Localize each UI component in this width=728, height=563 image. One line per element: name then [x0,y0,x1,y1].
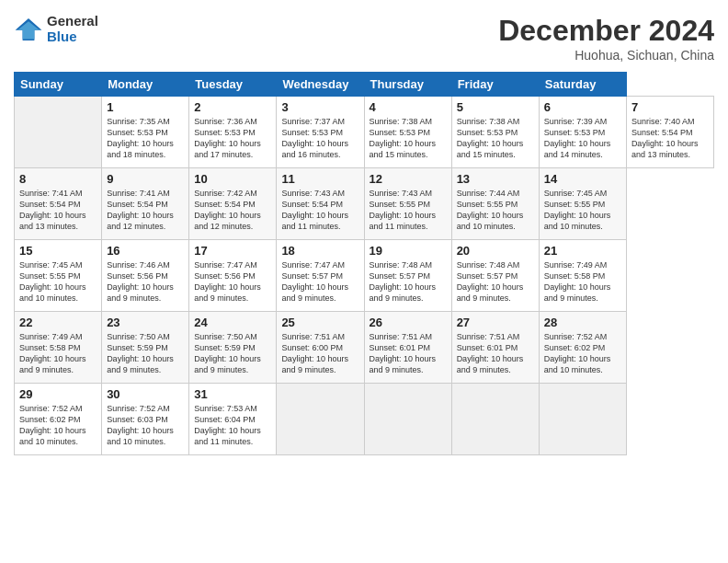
calendar-cell: 20Sunrise: 7:48 AMSunset: 5:57 PMDayligh… [451,240,539,312]
calendar-cell: 31Sunrise: 7:53 AMSunset: 6:04 PMDayligh… [189,384,277,455]
day-info: Sunrise: 7:39 AMSunset: 5:53 PMDaylight:… [544,116,621,161]
calendar-cell: 13Sunrise: 7:44 AMSunset: 5:55 PMDayligh… [451,168,539,240]
page-container: General Blue December 2024 Huohua, Sichu… [0,0,728,465]
calendar-cell: 21Sunrise: 7:49 AMSunset: 5:58 PMDayligh… [539,240,626,312]
day-number: 29 [19,387,97,401]
week-row-1: 1Sunrise: 7:35 AMSunset: 5:53 PMDaylight… [15,97,714,168]
day-info: Sunrise: 7:36 AMSunset: 5:53 PMDaylight:… [194,116,271,161]
day-number: 10 [194,172,271,186]
week-row-5: 29Sunrise: 7:52 AMSunset: 6:02 PMDayligh… [15,384,714,455]
day-info: Sunrise: 7:53 AMSunset: 6:04 PMDaylight:… [194,403,271,448]
day-number: 6 [544,100,621,114]
location-subtitle: Huohua, Sichuan, China [498,48,714,63]
calendar-cell: 27Sunrise: 7:51 AMSunset: 6:01 PMDayligh… [451,312,539,384]
day-number: 24 [194,316,271,329]
day-info: Sunrise: 7:42 AMSunset: 5:54 PMDaylight:… [194,188,271,233]
day-info: Sunrise: 7:43 AMSunset: 5:55 PMDaylight:… [370,188,447,233]
day-number: 28 [544,316,621,329]
day-info: Sunrise: 7:51 AMSunset: 6:00 PMDaylight:… [281,331,358,376]
calendar-cell: 8Sunrise: 7:41 AMSunset: 5:54 PMDaylight… [15,168,102,240]
day-number: 16 [107,244,184,258]
calendar-cell: 15Sunrise: 7:45 AMSunset: 5:55 PMDayligh… [15,240,102,312]
day-info: Sunrise: 7:52 AMSunset: 6:02 PMDaylight:… [544,331,621,376]
day-number: 15 [19,244,97,258]
weekday-thursday: Thursday [364,73,451,97]
day-number: 18 [281,244,358,258]
calendar-cell: 7Sunrise: 7:40 AMSunset: 5:54 PMDaylight… [626,97,713,168]
weekday-wednesday: Wednesday [277,73,364,97]
calendar-cell: 18Sunrise: 7:47 AMSunset: 5:57 PMDayligh… [277,240,364,312]
calendar-cell: 12Sunrise: 7:43 AMSunset: 5:55 PMDayligh… [364,168,451,240]
empty-cell [15,97,102,168]
weekday-tuesday: Tuesday [189,73,277,97]
day-info: Sunrise: 7:47 AMSunset: 5:57 PMDaylight:… [281,259,358,304]
calendar-cell: 14Sunrise: 7:45 AMSunset: 5:55 PMDayligh… [539,168,626,240]
day-number: 11 [281,172,358,186]
logo-text: General Blue [47,14,98,44]
calendar-cell [364,384,451,455]
day-number: 12 [370,172,447,186]
week-row-4: 22Sunrise: 7:49 AMSunset: 5:58 PMDayligh… [15,312,714,384]
calendar-cell: 22Sunrise: 7:49 AMSunset: 5:58 PMDayligh… [15,312,102,384]
day-number: 23 [107,316,184,329]
calendar-cell: 3Sunrise: 7:37 AMSunset: 5:53 PMDaylight… [277,97,364,168]
day-info: Sunrise: 7:50 AMSunset: 5:59 PMDaylight:… [107,331,184,376]
day-info: Sunrise: 7:35 AMSunset: 5:53 PMDaylight:… [107,116,184,161]
day-number: 25 [281,316,358,329]
day-info: Sunrise: 7:49 AMSunset: 5:58 PMDaylight:… [19,331,97,376]
day-info: Sunrise: 7:41 AMSunset: 5:54 PMDaylight:… [107,188,184,233]
day-number: 20 [457,244,534,258]
day-number: 9 [107,172,184,186]
weekday-saturday: Saturday [539,73,626,97]
day-info: Sunrise: 7:41 AMSunset: 5:54 PMDaylight:… [19,188,97,233]
day-info: Sunrise: 7:45 AMSunset: 5:55 PMDaylight:… [544,188,621,233]
calendar-cell: 11Sunrise: 7:43 AMSunset: 5:54 PMDayligh… [277,168,364,240]
calendar-cell: 30Sunrise: 7:52 AMSunset: 6:03 PMDayligh… [102,384,189,455]
calendar-cell: 6Sunrise: 7:39 AMSunset: 5:53 PMDaylight… [539,97,626,168]
month-title: December 2024 [498,14,714,48]
calendar-cell: 28Sunrise: 7:52 AMSunset: 6:02 PMDayligh… [539,312,626,384]
day-number: 8 [19,172,97,186]
day-info: Sunrise: 7:46 AMSunset: 5:56 PMDaylight:… [107,259,184,304]
day-number: 21 [544,244,621,258]
day-number: 22 [19,316,97,329]
calendar-cell: 4Sunrise: 7:38 AMSunset: 5:53 PMDaylight… [364,97,451,168]
weekday-header-row: SundayMondayTuesdayWednesdayThursdayFrid… [15,73,714,97]
calendar-cell: 26Sunrise: 7:51 AMSunset: 6:01 PMDayligh… [364,312,451,384]
calendar-cell: 25Sunrise: 7:51 AMSunset: 6:00 PMDayligh… [277,312,364,384]
day-number: 5 [457,100,534,114]
day-info: Sunrise: 7:43 AMSunset: 5:54 PMDaylight:… [281,188,358,233]
day-info: Sunrise: 7:38 AMSunset: 5:53 PMDaylight:… [370,116,447,161]
day-number: 27 [457,316,534,329]
weekday-friday: Friday [451,73,539,97]
day-info: Sunrise: 7:49 AMSunset: 5:58 PMDaylight:… [544,259,621,304]
svg-marker-1 [17,21,40,39]
day-number: 7 [631,100,709,114]
calendar-cell [277,384,364,455]
day-number: 31 [194,387,271,401]
calendar-cell [539,384,626,455]
calendar-cell: 29Sunrise: 7:52 AMSunset: 6:02 PMDayligh… [15,384,102,455]
week-row-2: 8Sunrise: 7:41 AMSunset: 5:54 PMDaylight… [15,168,714,240]
day-number: 17 [194,244,271,258]
day-number: 2 [194,100,271,114]
calendar-cell: 16Sunrise: 7:46 AMSunset: 5:56 PMDayligh… [102,240,189,312]
weekday-monday: Monday [102,73,189,97]
day-info: Sunrise: 7:52 AMSunset: 6:02 PMDaylight:… [19,403,97,448]
day-info: Sunrise: 7:48 AMSunset: 5:57 PMDaylight:… [370,259,447,304]
day-info: Sunrise: 7:52 AMSunset: 6:03 PMDaylight:… [107,403,184,448]
day-info: Sunrise: 7:50 AMSunset: 5:59 PMDaylight:… [194,331,271,376]
weekday-sunday: Sunday [15,73,102,97]
calendar-cell: 10Sunrise: 7:42 AMSunset: 5:54 PMDayligh… [189,168,277,240]
calendar-cell [451,384,539,455]
day-info: Sunrise: 7:51 AMSunset: 6:01 PMDaylight:… [370,331,447,376]
day-number: 26 [370,316,447,329]
calendar-table: SundayMondayTuesdayWednesdayThursdayFrid… [14,72,714,455]
calendar-cell: 19Sunrise: 7:48 AMSunset: 5:57 PMDayligh… [364,240,451,312]
day-info: Sunrise: 7:44 AMSunset: 5:55 PMDaylight:… [457,188,534,233]
calendar-cell: 17Sunrise: 7:47 AMSunset: 5:56 PMDayligh… [189,240,277,312]
day-number: 1 [107,100,184,114]
day-info: Sunrise: 7:37 AMSunset: 5:53 PMDaylight:… [281,116,358,161]
day-number: 4 [370,100,447,114]
logo: General Blue [14,14,98,44]
